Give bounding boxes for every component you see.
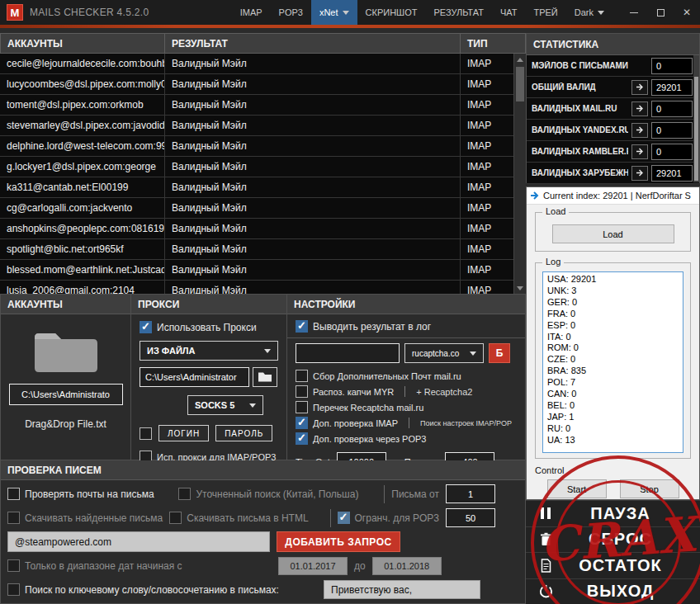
menu-item-label: xNet: [319, 7, 338, 17]
menu-item-pop3[interactable]: POP3: [271, 0, 311, 25]
captcha-myr-checkbox[interactable]: [296, 385, 308, 398]
captcha-key-input[interactable]: [296, 343, 400, 363]
date-to-button[interactable]: 01.01.2018: [372, 557, 442, 575]
pop3-limit-input[interactable]: [446, 508, 495, 527]
table-row[interactable]: cg@carlogalli.com:jackventoВалидный Мэйл…: [0, 198, 513, 219]
collect-extra-checkbox[interactable]: Сбор Дополнительных Почт mail.ru: [296, 368, 517, 384]
stat-row: ВАЛИДНЫХ RAMBLER.RU0: [527, 141, 699, 163]
menu-item-xnet[interactable]: xNet: [311, 0, 357, 25]
reset-button[interactable]: СБРОС: [526, 526, 700, 553]
table-row[interactable]: toment@dsl.pipex.com:orkmobВалидный Мэйл…: [0, 95, 513, 116]
stat-value: 29201: [651, 165, 693, 182]
proxy-type-select[interactable]: SOCKS 5: [187, 395, 263, 415]
column-header-result[interactable]: РЕЗУЛЬТАТ: [165, 33, 461, 54]
download-html-label: Скачивать письма в HTML: [187, 512, 308, 524]
use-proxy-checkbox[interactable]: Использовать Прокси: [140, 321, 278, 333]
letters-from-input[interactable]: [446, 484, 495, 503]
column-header-accounts[interactable]: АККАУНТЫ: [0, 33, 165, 54]
results-table: АККАУНТЫ РЕЗУЛЬТАТ ТИП cecile@lejournald…: [0, 33, 526, 294]
rest-button[interactable]: ОСТАТОК: [526, 552, 700, 578]
table-row[interactable]: delphine.lord@west-telecom.com:99Валидны…: [0, 136, 513, 157]
log-line: CZE: 0: [547, 354, 679, 366]
scroll-up-icon[interactable]: [514, 54, 526, 65]
menu-item-chat[interactable]: ЧАТ: [492, 0, 526, 25]
table-row[interactable]: blessed.mom@earthlink.net:Justcad1Валидн…: [0, 260, 513, 281]
start-button[interactable]: Start: [547, 479, 607, 498]
table-row[interactable]: stevemarley@dsl.pipex.com:javodidaВалидн…: [0, 116, 513, 136]
download-found-checkbox[interactable]: Скачивать найденные письма: [7, 512, 163, 524]
date-from-button[interactable]: 01.01.2017: [278, 557, 348, 575]
add-query-button[interactable]: ДОБАВИТЬ ЗАПРОС: [277, 531, 400, 552]
maximize-button[interactable]: [647, 0, 674, 25]
recheck-checkbox[interactable]: Перечек Recaptcha mail.ru: [296, 399, 517, 415]
table-row[interactable]: lucycoombes@dsl.pipex.com:molly0Валидный…: [0, 74, 513, 95]
results-scrollbar-thumb[interactable]: [516, 67, 524, 101]
menu-item-theme[interactable]: Dark: [566, 0, 612, 25]
menu-item-screenshot[interactable]: СКРИНШОТ: [357, 0, 426, 25]
log-output-checkbox[interactable]: Выводить результат в лог: [296, 320, 517, 333]
log-line: BRA: 835: [547, 366, 679, 377]
download-html-checkbox[interactable]: Скачивать письма в HTML: [169, 512, 324, 524]
pause-button[interactable]: ПАУЗА: [526, 500, 700, 526]
table-row[interactable]: g.lockyer1@dsl.pipex.com:georgeВалидный …: [0, 157, 513, 177]
login-button[interactable]: ЛОГИН: [158, 425, 209, 441]
log-listbox[interactable]: USA: 29201UNK: 3GER: 0FRA: 0ESP: 0ITA: 0…: [542, 271, 683, 453]
statistics-scrollbar[interactable]: [693, 55, 699, 182]
table-row[interactable]: anshopkins@peoplepc.com:0816197Валидный …: [0, 219, 513, 239]
stat-label: ВАЛИДНЫХ YANDEX.RU: [532, 125, 628, 134]
column-header-type[interactable]: ТИП: [461, 33, 526, 54]
exit-button[interactable]: ВЫХОД: [526, 578, 700, 604]
result-cell: Валидный Мэйл: [165, 260, 461, 281]
stat-label: МЭЙЛОВ С ПИСЬМАМИ: [532, 61, 648, 70]
table-row[interactable]: spotlight@blic.net:ort965kfВалидный Мэйл…: [0, 239, 513, 260]
scroll-down-icon[interactable]: [514, 282, 526, 294]
menu-item-result[interactable]: РЕЗУЛЬТАТ: [425, 0, 491, 25]
menu-item-tray[interactable]: ТРЕЙ: [525, 0, 565, 25]
accounts-path-button[interactable]: C:\Users\Administrato: [9, 384, 123, 405]
export-icon[interactable]: [631, 144, 648, 159]
letters-panel-title: ПРОВЕРКА ПИСЕМ: [7, 465, 102, 476]
keyword-input[interactable]: [324, 580, 480, 599]
menu-item-label: POP3: [279, 7, 303, 17]
results-scrollbar[interactable]: [513, 54, 526, 294]
captcha-service-select[interactable]: rucaptcha.co: [404, 343, 484, 363]
table-row[interactable]: lusia_2006@gmail.com:2104Валидный МэйлIM…: [0, 281, 513, 294]
export-icon[interactable]: [631, 80, 648, 95]
statistics-scrollbar-thumb[interactable]: [694, 77, 698, 181]
close-button[interactable]: ✕: [674, 0, 700, 25]
statistics-title: СТАТИСТИКА: [533, 39, 598, 50]
proxy-file-input[interactable]: [140, 367, 249, 387]
refined-search-checkbox[interactable]: Уточненный поиск (Китай, Польша): [178, 488, 377, 500]
export-icon[interactable]: [631, 123, 648, 138]
pop3-limit-checkbox[interactable]: Огранч. для POP3: [338, 512, 439, 524]
stat-label: ВАЛИДНЫХ RAMBLER.RU: [532, 147, 628, 156]
proxy-source-select[interactable]: ИЗ ФАЙЛА: [140, 341, 278, 361]
letters-row-1: Проверять почты на письма Уточненный пои…: [7, 482, 518, 506]
menu-item-imap[interactable]: IMAP: [232, 0, 271, 25]
dragdrop-label: Drag&Drop File.txt: [25, 418, 106, 430]
export-icon[interactable]: [631, 101, 648, 116]
log-line: RU: 0: [547, 423, 679, 435]
check-mail-checkbox[interactable]: Проверять почты на письма: [7, 488, 172, 500]
action-buttons: ПАУЗА СБРОС ОСТАТОК ВЫХОД: [526, 500, 700, 604]
keyword-search-checkbox[interactable]: Поиск по ключевому слову/словосочетанию …: [7, 583, 317, 596]
table-row[interactable]: cecile@lejournaldececile.com:bouhbВалидн…: [0, 54, 513, 74]
type-cell: IMAP: [461, 219, 513, 239]
password-button[interactable]: ПАРОЛЬ: [215, 425, 272, 441]
proxy-folder-button[interactable]: [253, 367, 277, 387]
folder-icon[interactable]: [33, 326, 99, 374]
load-button[interactable]: Load: [552, 224, 674, 243]
stop-button[interactable]: Stop: [620, 479, 679, 498]
table-row[interactable]: ka311@cantab.net:El00199Валидный МэйлIMA…: [0, 177, 513, 198]
balance-button[interactable]: Б: [489, 343, 510, 363]
imap-check-checkbox[interactable]: [296, 417, 308, 429]
proxy-auth-checkbox[interactable]: [140, 427, 152, 440]
date-range-checkbox[interactable]: Только в диапазоне дат начиная с: [7, 559, 272, 572]
query-input[interactable]: [7, 531, 270, 552]
control-buttons: Start Stop: [527, 479, 699, 498]
export-icon[interactable]: [631, 166, 648, 181]
power-icon: [536, 584, 556, 598]
minimize-button[interactable]: [621, 0, 647, 25]
letters-panel-header: ПРОВЕРКА ПИСЕМ: [1, 460, 525, 480]
pop3-check-checkbox[interactable]: Доп. проверка через POP3: [296, 431, 517, 446]
